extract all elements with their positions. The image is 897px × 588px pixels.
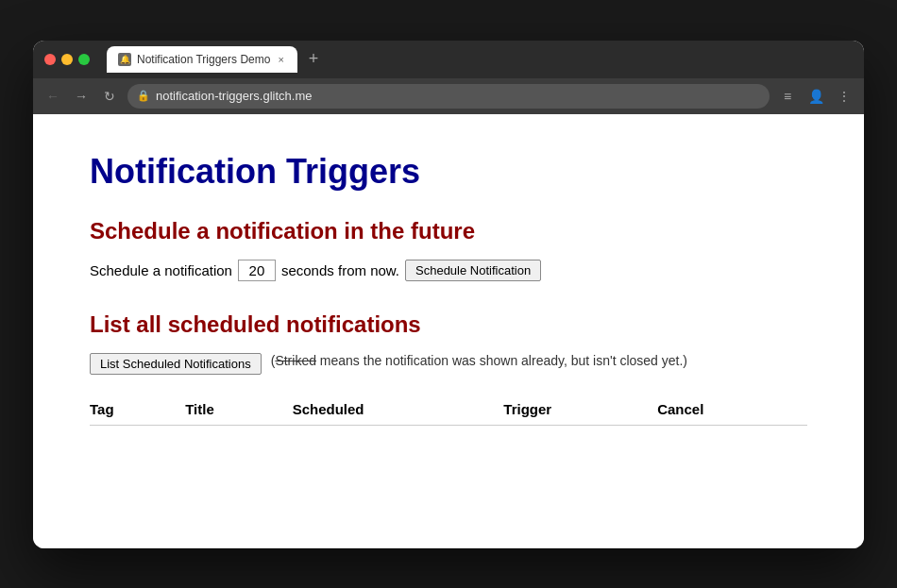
profile-icon[interactable]: 👤: [805, 89, 826, 104]
new-tab-button[interactable]: +: [303, 49, 325, 69]
list-scheduled-notifications-button[interactable]: List Scheduled Notifications: [90, 353, 262, 375]
title-bar: 🔔 Notification Triggers Demo × +: [33, 41, 864, 78]
table-header-row: Tag Title Scheduled Trigger Cancel: [90, 394, 807, 426]
col-title: Title: [185, 394, 292, 426]
schedule-notification-button[interactable]: Schedule Notification: [405, 260, 541, 281]
tab-close-icon[interactable]: ×: [276, 52, 285, 67]
schedule-row: Schedule a notification seconds from now…: [90, 260, 807, 281]
col-scheduled: Scheduled: [293, 394, 504, 426]
schedule-label-after: seconds from now.: [281, 262, 399, 278]
section2-heading: List all scheduled notifications: [90, 311, 807, 338]
traffic-lights: [44, 54, 90, 65]
col-tag: Tag: [90, 394, 185, 426]
page-title: Notification Triggers: [90, 152, 807, 192]
url-text: notification-triggers.glitch.me: [156, 89, 312, 103]
toolbar-icons: ≡ 👤 ⋮: [777, 89, 855, 104]
tab-bar: 🔔 Notification Triggers Demo × +: [107, 46, 853, 73]
col-trigger: Trigger: [503, 394, 657, 426]
table-header: Tag Title Scheduled Trigger Cancel: [90, 394, 807, 426]
list-row: List Scheduled Notifications (Striked me…: [90, 353, 807, 375]
schedule-label-before: Schedule a notification: [90, 262, 232, 278]
address-bar: ← → ↻ 🔒 notification-triggers.glitch.me …: [33, 78, 864, 114]
url-bar[interactable]: 🔒 notification-triggers.glitch.me: [127, 84, 770, 109]
section1-heading: Schedule a notification in the future: [90, 218, 807, 244]
lock-icon: 🔒: [137, 90, 150, 102]
tab-favicon-icon: 🔔: [118, 53, 131, 66]
col-cancel: Cancel: [657, 394, 807, 426]
active-tab[interactable]: 🔔 Notification Triggers Demo ×: [107, 46, 297, 73]
more-menu-icon[interactable]: ⋮: [834, 89, 855, 104]
browser-window: 🔔 Notification Triggers Demo × + ← → ↻ 🔒…: [33, 41, 864, 548]
extensions-icon[interactable]: ≡: [777, 89, 798, 104]
tab-title-label: Notification Triggers Demo: [137, 53, 270, 66]
page-content: Notification Triggers Schedule a notific…: [33, 114, 864, 548]
strikethrough-note: (Striked means the notification was show…: [271, 353, 687, 368]
minimize-button[interactable]: [61, 54, 73, 65]
seconds-input[interactable]: [238, 260, 276, 281]
notifications-table: Tag Title Scheduled Trigger Cancel: [90, 394, 807, 426]
back-button[interactable]: ←: [42, 89, 63, 104]
reload-button[interactable]: ↻: [99, 89, 120, 104]
forward-button[interactable]: →: [71, 89, 92, 104]
striked-text: Striked: [275, 353, 316, 368]
close-button[interactable]: [44, 54, 56, 65]
maximize-button[interactable]: [78, 54, 90, 65]
